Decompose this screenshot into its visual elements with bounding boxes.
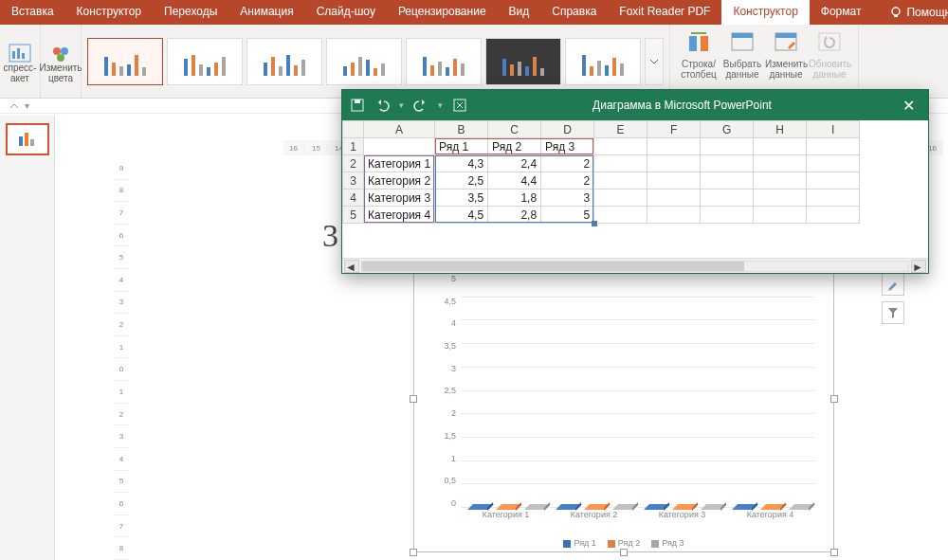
- scroll-left-button[interactable]: ◄: [344, 260, 359, 273]
- row-header-3[interactable]: 3: [343, 172, 364, 190]
- quick-layout-button[interactable]: спресс- акет: [6, 42, 34, 83]
- cell[interactable]: [647, 207, 701, 224]
- cell[interactable]: [647, 138, 701, 155]
- col-header-H[interactable]: H: [754, 121, 807, 138]
- change-colors-button[interactable]: Изменить цвета: [46, 42, 75, 83]
- cell[interactable]: [701, 207, 754, 224]
- chart-object[interactable]: Название диаграммы 00,511,522,533,544,55…: [413, 244, 834, 552]
- chart-filter-button[interactable]: [882, 301, 904, 324]
- scroll-track[interactable]: [361, 261, 909, 272]
- tell-me[interactable]: Помощник: [880, 0, 948, 25]
- switch-row-col-button[interactable]: Строка/ столбец: [678, 30, 720, 80]
- cell[interactable]: [754, 190, 807, 207]
- chart-style-4[interactable]: [326, 38, 402, 85]
- tab-help[interactable]: Справка: [540, 0, 608, 25]
- col-header-F[interactable]: F: [647, 121, 701, 138]
- close-button[interactable]: ✕: [897, 97, 921, 115]
- sheet-corner[interactable]: [343, 121, 364, 138]
- tab-view[interactable]: Вид: [498, 0, 541, 25]
- tab-design[interactable]: Конструктор: [65, 0, 153, 25]
- tab-transitions[interactable]: Переходы: [153, 0, 228, 25]
- chart-style-2[interactable]: [167, 38, 243, 85]
- tab-foxit[interactable]: Foxit Reader PDF: [608, 0, 721, 25]
- tab-insert[interactable]: Вставка: [0, 0, 65, 25]
- chart-data-window[interactable]: ▾ ▾ Диаграмма в Microsoft PowerPoint ✕ A…: [341, 89, 929, 274]
- slide-number: 3: [322, 218, 338, 254]
- cell[interactable]: [754, 172, 807, 190]
- cell[interactable]: [594, 190, 647, 207]
- cell[interactable]: [807, 138, 860, 155]
- ruler-tick: 8: [114, 180, 129, 203]
- legend-3[interactable]: Ряд 3: [651, 538, 684, 548]
- cell[interactable]: [594, 138, 647, 155]
- chart-legend[interactable]: Ряд 1 Ряд 2 Ряд 3: [414, 538, 833, 548]
- col-header-B[interactable]: B: [435, 121, 488, 138]
- chart-styles-button[interactable]: [882, 273, 904, 296]
- tab-review[interactable]: Рецензирование: [387, 0, 498, 25]
- handle-bottom-mid[interactable]: [620, 549, 628, 556]
- row-header-4[interactable]: 4: [343, 190, 364, 207]
- chart-style-6[interactable]: [485, 38, 561, 85]
- tab-chart-design[interactable]: Конструктор: [721, 0, 809, 25]
- cell[interactable]: [647, 190, 701, 207]
- edit-data-button[interactable]: Изменить данные: [765, 30, 807, 80]
- refresh-data-button[interactable]: Обновить данные: [809, 30, 850, 80]
- col-header-E[interactable]: E: [594, 121, 647, 138]
- scroll-right-button[interactable]: ►: [911, 260, 926, 273]
- row-header-1[interactable]: 1: [343, 138, 364, 155]
- cell[interactable]: [647, 172, 701, 190]
- sheet-hscrollbar[interactable]: ◄ ►: [342, 258, 928, 273]
- handle-bottom-right[interactable]: [830, 549, 838, 556]
- row-header-5[interactable]: 5: [343, 207, 364, 224]
- cell[interactable]: [807, 172, 860, 190]
- tab-slideshow[interactable]: Слайд-шоу: [305, 0, 387, 25]
- chart-style-3[interactable]: [246, 38, 322, 85]
- cell[interactable]: [807, 207, 860, 224]
- legend-2[interactable]: Ряд 2: [608, 538, 640, 548]
- handle-bottom-left[interactable]: [410, 549, 417, 556]
- legend-1[interactable]: Ряд 1: [563, 538, 595, 548]
- select-data-button[interactable]: Выбрать данные: [721, 30, 763, 80]
- slide-thumb-3[interactable]: [6, 123, 49, 155]
- cell[interactable]: [701, 190, 754, 207]
- undo-icon[interactable]: [374, 98, 390, 113]
- y-tick: 1: [433, 454, 460, 463]
- cell[interactable]: [594, 172, 647, 190]
- tab-animation[interactable]: Анимация: [228, 0, 304, 25]
- range-resize-handle[interactable]: [592, 221, 597, 226]
- chart-style-7[interactable]: [565, 38, 641, 85]
- excel-icon[interactable]: [452, 98, 467, 113]
- chart-style-more[interactable]: [645, 38, 664, 85]
- cell[interactable]: [594, 155, 647, 172]
- col-header-C[interactable]: C: [488, 121, 541, 138]
- redo-icon[interactable]: [413, 98, 428, 113]
- cell[interactable]: [647, 155, 701, 172]
- cell[interactable]: [807, 155, 860, 172]
- chart-style-5[interactable]: [406, 38, 482, 85]
- y-axis: 00,511,522,533,544,55: [433, 274, 460, 508]
- cell[interactable]: [807, 190, 860, 207]
- col-header-D[interactable]: D: [541, 121, 594, 138]
- cell[interactable]: [701, 172, 754, 190]
- cell[interactable]: [594, 207, 647, 224]
- handle-mid-left[interactable]: [410, 395, 417, 403]
- col-header-I[interactable]: I: [807, 121, 860, 138]
- cell[interactable]: [754, 155, 807, 172]
- cell[interactable]: [364, 138, 435, 155]
- cell[interactable]: [701, 138, 754, 155]
- cell[interactable]: [701, 155, 754, 172]
- chart-style-1[interactable]: [87, 38, 163, 85]
- scroll-thumb[interactable]: [362, 262, 744, 271]
- tab-chart-format[interactable]: Формат: [810, 0, 873, 25]
- col-header-G[interactable]: G: [701, 121, 754, 138]
- svg-rect-17: [25, 133, 28, 146]
- cell[interactable]: [754, 207, 807, 224]
- data-window-titlebar[interactable]: ▾ ▾ Диаграмма в Microsoft PowerPoint ✕: [342, 90, 928, 120]
- row-header-2[interactable]: 2: [343, 155, 364, 172]
- cell[interactable]: [754, 138, 807, 155]
- col-header-A[interactable]: A: [364, 121, 435, 138]
- handle-mid-right[interactable]: [830, 395, 838, 403]
- sheet[interactable]: ABCDEFGHI1Ряд 1Ряд 2Ряд 32Категория 14,3…: [342, 120, 928, 258]
- x-label: Категория 1: [483, 510, 530, 523]
- save-icon[interactable]: [350, 98, 365, 113]
